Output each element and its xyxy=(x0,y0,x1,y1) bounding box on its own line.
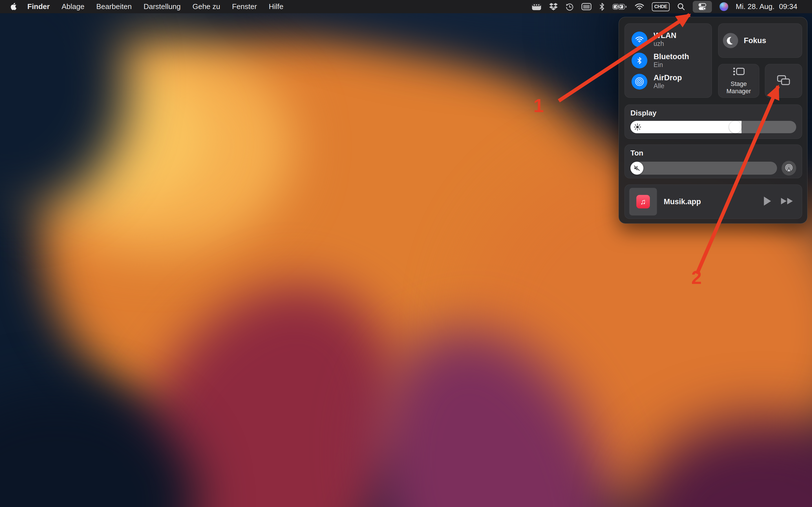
brightness-sun-icon xyxy=(634,123,641,132)
menu-fenster[interactable]: Fenster xyxy=(226,2,263,11)
airdrop-status: Alle xyxy=(654,82,682,90)
display-slider-fill xyxy=(630,121,742,133)
brightness-slider[interactable] xyxy=(630,121,796,133)
connectivity-module: WLAN uzh Bluetooth Ein xyxy=(624,23,712,98)
wifi-icon[interactable] xyxy=(635,3,644,10)
airdrop-text: AirDrop Alle xyxy=(654,73,682,90)
mute-icon xyxy=(633,165,640,171)
airdrop-row[interactable]: AirDrop Alle xyxy=(631,73,712,90)
airplay-audio-button[interactable] xyxy=(781,161,796,175)
menu-bar-clock[interactable]: Mi. 28. Aug. 09:34 xyxy=(736,2,797,11)
fokus-label: Fokus xyxy=(744,36,766,45)
control-center-panel: WLAN uzh Bluetooth Ein xyxy=(619,17,808,224)
menu-bar-left: Finder Ablage Bearbeiten Darstellung Geh… xyxy=(0,2,289,11)
music-controls xyxy=(763,196,794,207)
menu-hilfe[interactable]: Hilfe xyxy=(263,2,289,11)
clock-time: 09:34 xyxy=(779,2,797,11)
wlan-text: WLAN uzh xyxy=(654,31,676,47)
volume-slider-knob[interactable] xyxy=(630,162,644,175)
time-machine-icon[interactable] xyxy=(565,3,574,11)
menu-bar: Finder Ablage Bearbeiten Darstellung Geh… xyxy=(0,0,812,13)
wlan-row[interactable]: WLAN uzh xyxy=(631,31,712,47)
window-dots-icon[interactable] xyxy=(531,3,542,11)
wlan-label: WLAN xyxy=(654,31,676,40)
bluetooth-row[interactable]: Bluetooth Ein xyxy=(631,52,712,68)
music-module[interactable]: ♫ Musik.app xyxy=(624,184,802,219)
music-app-icon: ♫ xyxy=(637,195,650,209)
stage-manager-tile[interactable]: Stage Manager xyxy=(718,64,759,98)
menu-darstellung[interactable]: Darstellung xyxy=(138,2,187,11)
menu-bar-status-area: CHDE Mi. 28. Aug. 09:34 xyxy=(531,1,812,13)
screen-mirroring-icon xyxy=(776,74,791,87)
volume-slider[interactable] xyxy=(630,162,777,175)
bluetooth-label: Bluetooth xyxy=(654,52,689,61)
siri-icon[interactable] xyxy=(719,2,728,11)
screen-mirroring-tile[interactable] xyxy=(765,64,802,98)
bluetooth-icon[interactable] xyxy=(599,3,605,11)
fokus-tile[interactable]: Fokus xyxy=(718,23,802,58)
midi-keyboard-icon[interactable] xyxy=(581,3,592,10)
fokus-moon-icon xyxy=(723,33,738,48)
airdrop-toggle[interactable] xyxy=(631,74,647,90)
display-slider-knob[interactable] xyxy=(729,121,742,133)
menu-ablage[interactable]: Ablage xyxy=(56,2,90,11)
stage-manager-icon xyxy=(732,67,745,77)
bluetooth-status: Ein xyxy=(654,61,689,68)
music-app-name: Musik.app xyxy=(664,198,701,206)
bluetooth-text: Bluetooth Ein xyxy=(654,52,689,68)
keyboard-layout-badge[interactable]: CHDE xyxy=(652,2,669,11)
music-note-glyph: ♫ xyxy=(640,198,646,206)
airdrop-label: AirDrop xyxy=(654,73,682,82)
fast-forward-button[interactable] xyxy=(781,198,794,206)
clock-date: Mi. 28. Aug. xyxy=(736,2,774,11)
display-label: Display xyxy=(630,109,796,117)
play-button[interactable] xyxy=(763,196,771,207)
sound-label: Ton xyxy=(630,149,796,158)
stage-manager-label: Stage Manager xyxy=(726,80,751,95)
sound-module: Ton xyxy=(624,145,802,178)
menu-bearbeiten[interactable]: Bearbeiten xyxy=(90,2,138,11)
spotlight-search-icon[interactable] xyxy=(677,3,685,11)
menu-gehe-zu[interactable]: Gehe zu xyxy=(187,2,226,11)
menu-finder[interactable]: Finder xyxy=(21,2,56,11)
album-art-placeholder: ♫ xyxy=(629,188,657,216)
control-center-icon[interactable] xyxy=(693,1,712,13)
apple-menu-icon[interactable] xyxy=(10,3,17,11)
battery-charging-icon[interactable] xyxy=(612,3,627,10)
dropbox-icon[interactable] xyxy=(549,3,558,10)
wlan-toggle[interactable] xyxy=(631,32,647,47)
bluetooth-toggle[interactable] xyxy=(631,53,647,68)
display-module: Display xyxy=(624,105,802,139)
wlan-status: uzh xyxy=(654,40,676,47)
